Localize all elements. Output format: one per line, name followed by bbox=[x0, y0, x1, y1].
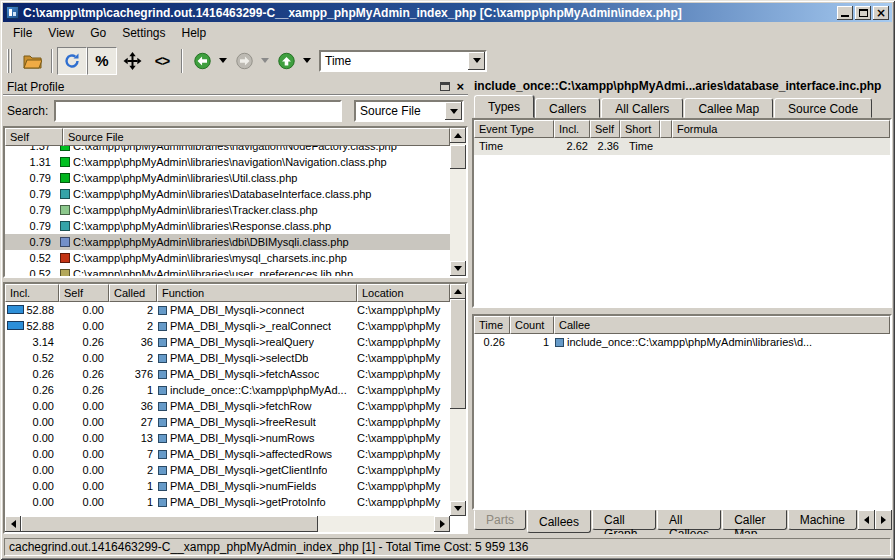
column-header-spacer bbox=[660, 120, 672, 138]
tab[interactable]: Types bbox=[474, 95, 534, 118]
scroll-up-button[interactable] bbox=[450, 284, 466, 299]
column-header-self[interactable]: Self bbox=[59, 284, 109, 302]
tab[interactable]: All Callees bbox=[657, 510, 721, 530]
tab[interactable]: Source Code bbox=[774, 98, 872, 118]
close-button[interactable]: × bbox=[873, 6, 889, 20]
function-row[interactable]: 52.88 0.00 2 PMA_DBI_Mysqli->_realConnec… bbox=[5, 318, 450, 334]
scroll-left-button[interactable] bbox=[5, 516, 21, 532]
function-row[interactable]: 0.00 0.00 1 PMA_DBI_Mysqli->getProtoInfo… bbox=[5, 494, 450, 510]
scrollbar-track[interactable] bbox=[450, 143, 466, 261]
column-header-source-file[interactable]: Source File bbox=[63, 128, 450, 146]
menu-item[interactable]: Help bbox=[174, 24, 215, 42]
forward-button[interactable] bbox=[229, 47, 259, 75]
scrollbar-thumb[interactable] bbox=[450, 299, 466, 409]
source-file-row[interactable]: 0.52 C:\xampp\phpMyAdmin\libraries\mysql… bbox=[5, 250, 450, 266]
grouping-combo[interactable]: Source File bbox=[354, 100, 464, 122]
combo-dropdown-button[interactable] bbox=[445, 102, 462, 120]
minimize-button[interactable] bbox=[837, 6, 853, 20]
function-row[interactable]: 0.26 0.26 376 PMA_DBI_Mysqli->fetchAssoc… bbox=[5, 366, 450, 382]
reload-button[interactable] bbox=[57, 47, 87, 75]
tab[interactable]: All Callers bbox=[601, 98, 683, 118]
scrollbar-track[interactable] bbox=[450, 299, 466, 501]
menu-item[interactable]: File bbox=[5, 24, 40, 42]
scroll-right-button[interactable] bbox=[434, 516, 450, 532]
source-file-row[interactable]: 1.37 C:\xampp\phpMyAdmin\libraries\navig… bbox=[5, 146, 450, 154]
called-count-cell: 2 bbox=[109, 350, 157, 366]
dock-title-bar[interactable]: Flat Profile × bbox=[3, 78, 468, 96]
up-dropdown[interactable] bbox=[301, 47, 313, 75]
scroll-down-button[interactable] bbox=[450, 501, 466, 516]
source-file-row[interactable]: 0.79 C:\xampp\phpMyAdmin\libraries\Track… bbox=[5, 202, 450, 218]
function-row[interactable]: 0.00 0.00 27 PMA_DBI_Mysqli->freeResult … bbox=[5, 414, 450, 430]
column-header-event-type[interactable]: Event Type bbox=[474, 120, 554, 138]
relative-cost-button[interactable]: <> bbox=[147, 47, 177, 75]
function-row[interactable]: 0.52 0.00 2 PMA_DBI_Mysqli->selectDb C:\… bbox=[5, 350, 450, 366]
horizontal-scrollbar[interactable] bbox=[5, 516, 450, 532]
scrollbar-track[interactable] bbox=[21, 516, 434, 532]
column-header-short[interactable]: Short bbox=[620, 120, 660, 138]
maximize-button[interactable] bbox=[855, 6, 871, 20]
column-header-location[interactable]: Location bbox=[357, 284, 450, 302]
menu-item[interactable]: View bbox=[40, 24, 82, 42]
column-header-incl[interactable]: Incl. bbox=[554, 120, 590, 138]
column-header-self[interactable]: Self bbox=[590, 120, 620, 138]
scrollbar-thumb[interactable] bbox=[21, 516, 318, 532]
function-row[interactable]: 0.00 0.00 13 PMA_DBI_Mysqli->numRows C:\… bbox=[5, 430, 450, 446]
search-input[interactable] bbox=[54, 100, 342, 122]
tab[interactable]: Machine bbox=[788, 510, 857, 530]
source-file-row[interactable]: 0.79 C:\xampp\phpMyAdmin\libraries\Util.… bbox=[5, 170, 450, 186]
tab[interactable]: Call Graph bbox=[592, 510, 656, 530]
source-file-path: C:\xampp\phpMyAdmin\libraries\navigation… bbox=[73, 154, 450, 170]
menu-item[interactable]: Go bbox=[82, 24, 114, 42]
function-row[interactable]: 3.14 0.26 36 PMA_DBI_Mysqli->realQuery C… bbox=[5, 334, 450, 350]
column-header-called[interactable]: Called bbox=[109, 284, 157, 302]
open-file-button[interactable] bbox=[17, 47, 47, 75]
event-type-combo[interactable]: Time bbox=[319, 50, 487, 72]
percent-toggle-button[interactable]: % bbox=[87, 47, 117, 75]
column-header-function[interactable]: Function bbox=[157, 284, 357, 302]
back-dropdown[interactable] bbox=[217, 47, 229, 75]
source-file-row[interactable]: 0.52 C:\xampp\phpMyAdmin\libraries\user_… bbox=[5, 266, 450, 276]
column-header-formula[interactable]: Formula bbox=[672, 120, 890, 138]
scrollbar-thumb[interactable] bbox=[450, 145, 466, 169]
dock-close-icon[interactable]: × bbox=[456, 82, 464, 92]
column-header-callee[interactable]: Callee bbox=[554, 316, 890, 334]
column-header-time[interactable]: Time bbox=[474, 316, 510, 334]
tab[interactable]: Parts bbox=[474, 510, 526, 530]
function-row[interactable]: 52.88 0.00 2 PMA_DBI_Mysqli->connect C:\… bbox=[5, 302, 450, 318]
vertical-scrollbar[interactable] bbox=[450, 128, 466, 276]
toolbar-grip[interactable] bbox=[7, 49, 15, 73]
vertical-scrollbar[interactable] bbox=[450, 284, 466, 516]
tab-scroll-right-button[interactable] bbox=[875, 510, 892, 530]
combo-dropdown-button[interactable] bbox=[468, 52, 485, 70]
function-row[interactable]: 0.00 0.00 7 PMA_DBI_Mysqli->affectedRows… bbox=[5, 446, 450, 462]
tab[interactable]: Callee Map bbox=[684, 98, 773, 118]
scroll-down-button[interactable] bbox=[450, 261, 466, 276]
title-bar[interactable]: C:\xampp\tmp\cachegrind.out.1416463299-C… bbox=[3, 3, 892, 22]
up-button[interactable] bbox=[271, 47, 301, 75]
function-row[interactable]: 0.26 0.26 1 include_once::C:\xampp\phpMy… bbox=[5, 382, 450, 398]
back-button[interactable] bbox=[187, 47, 217, 75]
dock-float-icon[interactable] bbox=[440, 82, 450, 91]
column-header-self[interactable]: Self bbox=[5, 128, 63, 146]
source-file-row[interactable]: 0.79 C:\xampp\phpMyAdmin\libraries\Respo… bbox=[5, 218, 450, 234]
forward-dropdown[interactable] bbox=[259, 47, 271, 75]
tab[interactable]: Callers bbox=[535, 98, 600, 118]
function-row[interactable]: 0.00 0.00 2 PMA_DBI_Mysqli->getClientInf… bbox=[5, 462, 450, 478]
menu-item[interactable]: Settings bbox=[114, 24, 173, 42]
column-header-incl[interactable]: Incl. bbox=[5, 284, 59, 302]
pan-button[interactable] bbox=[117, 47, 147, 75]
source-file-row[interactable]: 1.31 C:\xampp\phpMyAdmin\libraries\navig… bbox=[5, 154, 450, 170]
tab[interactable]: Caller Map bbox=[722, 510, 787, 530]
scroll-up-button[interactable] bbox=[450, 128, 466, 143]
function-row[interactable]: 0.00 0.00 1 PMA_DBI_Mysqli->numFields C:… bbox=[5, 478, 450, 494]
tab[interactable]: Callees bbox=[527, 510, 591, 533]
column-header-count[interactable]: Count bbox=[510, 316, 554, 334]
event-type-row[interactable]: Time 2.62 2.36 Time bbox=[474, 138, 890, 155]
tab-scroll-left-button[interactable] bbox=[858, 510, 875, 530]
callee-row[interactable]: 0.26 1 include_once::C:\xampp\phpMyAdmin… bbox=[474, 334, 890, 351]
function-row[interactable]: 0.00 0.00 36 PMA_DBI_Mysqli->fetchRow C:… bbox=[5, 398, 450, 414]
self-cost-cell: 0.26 bbox=[59, 382, 109, 398]
source-file-row[interactable]: 0.79 C:\xampp\phpMyAdmin\libraries\dbi\D… bbox=[5, 234, 450, 250]
source-file-row[interactable]: 0.79 C:\xampp\phpMyAdmin\libraries\Datab… bbox=[5, 186, 450, 202]
